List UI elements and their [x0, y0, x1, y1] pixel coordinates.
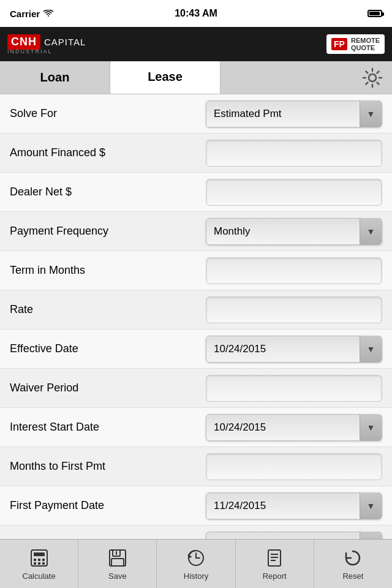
svg-rect-16 — [42, 562, 45, 565]
reset-label: Reset — [342, 571, 363, 581]
label-months-to-first-pmt: Months to First Pmt — [10, 460, 206, 473]
dropdown-arrow-first-payment-date: ▼ — [360, 492, 382, 519]
svg-line-5 — [366, 71, 368, 73]
control-months-to-first-pmt — [206, 453, 382, 480]
remote-quote-label: REMOTE QUOTE — [351, 37, 380, 51]
tab-spacer — [221, 61, 392, 94]
nav-history[interactable]: History — [157, 540, 235, 588]
label-rate: Rate — [10, 303, 206, 316]
control-amount-financed — [206, 140, 382, 167]
remote-quote-badge: FP REMOTE QUOTE — [326, 34, 385, 54]
label-dealer-net: Dealer Net $ — [10, 186, 206, 198]
form-content: Solve ForEstimated Pmt▼Amount Financed $… — [0, 94, 392, 539]
dropdown-first-payment-date[interactable]: 11/24/2015▼ — [206, 492, 382, 519]
nav-save[interactable]: Save — [78, 540, 157, 588]
battery-icon — [368, 10, 382, 17]
dropdown-arrow-maturity-date: ▼ — [360, 532, 382, 540]
dropdown-display-payment-frequency[interactable]: Monthly▼ — [206, 218, 382, 245]
report-icon — [263, 547, 285, 569]
form-row-waiver-period: Waiver Period — [0, 369, 392, 408]
dropdown-display-interest-start-date[interactable]: 10/24/2015▼ — [206, 414, 382, 441]
dropdown-payment-frequency[interactable]: Monthly▼ — [206, 218, 382, 245]
status-right — [368, 10, 382, 17]
dropdown-arrow-interest-start-date: ▼ — [360, 414, 382, 441]
label-effective-date: Effective Date — [10, 342, 206, 355]
control-term-in-months — [206, 257, 382, 284]
brand-bar: CNH CAPITAL INDUSTRIAL FP REMOTE QUOTE — [0, 27, 392, 61]
cnh-label: CNH — [7, 34, 40, 50]
label-term-in-months: Term in Months — [10, 264, 206, 277]
input-term-in-months[interactable] — [206, 257, 382, 284]
svg-rect-15 — [38, 562, 40, 565]
input-amount-financed[interactable] — [206, 140, 382, 167]
dropdown-interest-start-date[interactable]: 10/24/2015▼ — [206, 414, 382, 441]
nav-reset[interactable]: Reset — [314, 540, 392, 588]
form-row-rate: Rate — [0, 290, 392, 330]
dropdown-arrow-payment-frequency: ▼ — [360, 218, 382, 245]
history-label: History — [184, 571, 208, 581]
bottom-nav: Calculate Save History — [0, 539, 392, 588]
dropdown-solve-for[interactable]: Estimated Pmt▼ — [206, 100, 382, 127]
save-label: Save — [108, 571, 127, 581]
form-row-solve-for: Solve ForEstimated Pmt▼ — [0, 94, 392, 134]
svg-rect-10 — [34, 552, 45, 556]
svg-point-0 — [369, 74, 376, 81]
svg-rect-19 — [111, 559, 124, 566]
svg-rect-12 — [38, 559, 40, 561]
settings-button[interactable] — [360, 66, 385, 90]
time-label: 10:43 AM — [175, 8, 217, 19]
svg-line-7 — [377, 71, 379, 73]
input-months-to-first-pmt[interactable] — [206, 453, 382, 480]
svg-line-6 — [377, 82, 379, 84]
dropdown-display-solve-for[interactable]: Estimated Pmt▼ — [206, 100, 382, 127]
tab-bar: Loan Lease — [0, 61, 392, 94]
label-waiver-period: Waiver Period — [10, 382, 206, 394]
form-row-months-to-first-pmt: Months to First Pmt — [0, 447, 392, 486]
nav-report[interactable]: Report — [236, 540, 314, 588]
input-waiver-period[interactable] — [206, 375, 382, 402]
reset-icon — [342, 547, 364, 569]
capital-label: CAPITAL — [44, 37, 86, 47]
save-icon — [107, 547, 129, 569]
input-dealer-net[interactable] — [206, 179, 382, 206]
input-rate[interactable] — [206, 296, 382, 323]
label-solve-for: Solve For — [10, 107, 206, 120]
dropdown-maturity-date[interactable]: ▼ — [206, 532, 382, 540]
form-row-first-payment-date: First Payment Date11/24/2015▼ — [0, 486, 392, 526]
carrier-label: Carrier — [10, 9, 40, 19]
svg-rect-14 — [34, 562, 36, 565]
control-maturity-date: ▼ — [206, 532, 382, 540]
dropdown-arrow-solve-for: ▼ — [360, 100, 382, 127]
control-waiver-period — [206, 375, 382, 402]
history-icon — [185, 547, 207, 569]
control-dealer-net — [206, 179, 382, 206]
dropdown-display-effective-date[interactable]: 10/24/2015▼ — [206, 336, 382, 363]
label-payment-frequency: Payment Frequency — [10, 225, 206, 238]
report-label: Report — [263, 571, 287, 581]
dropdown-arrow-effective-date: ▼ — [360, 336, 382, 363]
form-row-interest-start-date: Interest Start Date10/24/2015▼ — [0, 408, 392, 447]
dropdown-display-maturity-date[interactable]: ▼ — [206, 532, 382, 540]
form-row-effective-date: Effective Date10/24/2015▼ — [0, 330, 392, 369]
form-row-term-in-months: Term in Months — [0, 251, 392, 290]
tab-lease[interactable]: Lease — [110, 61, 221, 94]
control-interest-start-date: 10/24/2015▼ — [206, 414, 382, 441]
wifi-icon — [43, 10, 53, 17]
status-left: Carrier — [10, 9, 53, 19]
dropdown-effective-date[interactable]: 10/24/2015▼ — [206, 336, 382, 363]
label-interest-start-date: Interest Start Date — [10, 421, 206, 434]
brand-logo: CNH CAPITAL INDUSTRIAL — [7, 34, 86, 55]
tab-loan[interactable]: Loan — [0, 61, 110, 94]
control-effective-date: 10/24/2015▼ — [206, 336, 382, 363]
form-row-maturity-date: Maturity Date▼ — [0, 526, 392, 539]
control-solve-for: Estimated Pmt▼ — [206, 100, 382, 127]
label-first-payment-date: First Payment Date — [10, 499, 206, 512]
svg-rect-13 — [42, 559, 45, 561]
svg-rect-11 — [34, 559, 36, 561]
label-amount-financed: Amount Financed $ — [10, 146, 206, 159]
dropdown-display-first-payment-date[interactable]: 11/24/2015▼ — [206, 492, 382, 519]
nav-calculate[interactable]: Calculate — [0, 540, 78, 588]
svg-line-8 — [366, 82, 368, 84]
calculator-icon — [28, 547, 50, 569]
industrial-label: INDUSTRIAL — [7, 48, 86, 55]
